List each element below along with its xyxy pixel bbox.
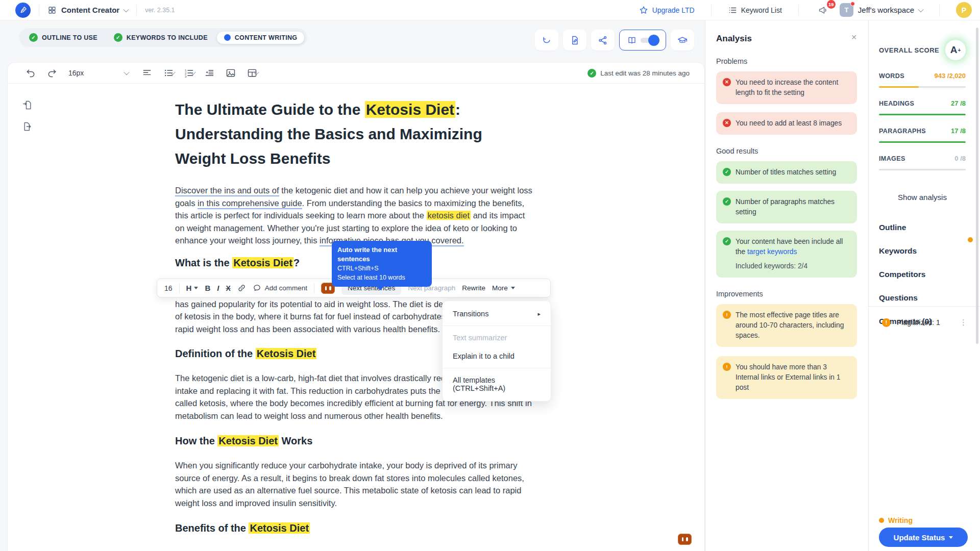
notification-badge: 19: [827, 0, 836, 9]
import-document-button[interactable]: [22, 100, 33, 110]
analysis-panel: Analysis ✕ Problems ✕ You need to increa…: [705, 20, 869, 551]
divider: [179, 283, 180, 293]
redo-button[interactable]: [47, 68, 57, 78]
score-sidebar: OVERALL SCORE A+ WORDS943 /2,020 HEADING…: [869, 20, 980, 551]
target-keywords-link[interactable]: target keywords: [747, 248, 797, 256]
font-size-select[interactable]: 16px: [68, 69, 129, 77]
menu-item-all-templates[interactable]: All templates (CTRL+Shift+A): [443, 371, 551, 397]
show-analysis-link[interactable]: Show analysis: [879, 193, 966, 202]
divider: [869, 306, 980, 307]
ai-assistant-button[interactable]: [678, 534, 692, 545]
list-icon: [728, 6, 737, 15]
shortcut-tooltip: Auto write the next sentences CTRL+Shift…: [332, 241, 432, 287]
notifications-button[interactable]: 19: [815, 3, 831, 17]
analysis-title: Analysis: [716, 34, 752, 44]
keyword-list-button[interactable]: Keyword List: [728, 6, 782, 15]
update-status-button[interactable]: Update Status: [879, 528, 968, 547]
share-button[interactable]: [591, 30, 615, 51]
menu-item-text-summarizer[interactable]: Text summarizer: [443, 329, 551, 347]
main-area: ✓ OUTLINE TO USE ✓ KEYWORDS TO INCLUDE C…: [0, 20, 980, 551]
upgrade-button[interactable]: Upgrade LTD: [639, 6, 695, 15]
error-circle-icon: ✕: [723, 119, 731, 127]
workflow-steps: ✓ OUTLINE TO USE ✓ KEYWORDS TO INCLUDE C…: [19, 28, 307, 47]
error-circle-icon: ✕: [723, 78, 731, 86]
pen-icon: [19, 6, 28, 14]
sidebar-item-keywords[interactable]: Keywords: [879, 246, 966, 256]
bold-button[interactable]: B: [205, 284, 210, 292]
heading-style-button[interactable]: H: [186, 284, 199, 292]
check-circle-icon: ✓: [114, 33, 122, 42]
problem-card: ✕ You need to increase the content lengt…: [716, 71, 857, 104]
keyword-highlight: Ketosis Diet: [365, 101, 455, 118]
step-outline-to-use[interactable]: ✓ OUTLINE TO USE: [22, 31, 105, 44]
warning-circle-icon: !: [882, 318, 891, 327]
toggle-switch[interactable]: [641, 38, 658, 43]
divider: [314, 283, 314, 293]
plagiarized-row: ! Plagiarized: 1 ⋮: [882, 318, 968, 327]
sidebar-nav: Outline Keywords Competitors Questions C…: [879, 223, 966, 326]
scrollbar-thumb[interactable]: [976, 28, 978, 344]
app-switcher[interactable]: Content Creator: [47, 6, 128, 15]
rewrite-button[interactable]: Rewrite: [462, 284, 485, 292]
insert-image-button[interactable]: [226, 68, 236, 78]
keyword-highlight: Ketosis Diet: [232, 257, 293, 268]
star-icon: [639, 6, 648, 15]
link-button[interactable]: [237, 284, 246, 292]
more-button[interactable]: More: [492, 284, 515, 292]
good-result-card-keywords: ✓ Your content have been include all the…: [716, 231, 857, 278]
included-keywords-count: Included keywords: 2/4: [736, 261, 850, 271]
keywords-alert-dot: [968, 237, 973, 242]
sidebar-item-competitors[interactable]: Competitors: [879, 270, 966, 279]
grid-icon: [47, 6, 57, 15]
last-edit-status: ✓ Last edit was 28 minutes ago: [587, 69, 690, 78]
document-draft-button[interactable]: [563, 30, 586, 51]
writing-status: Writing: [879, 516, 913, 524]
underlined-text: in this comprehensive guide: [198, 198, 302, 209]
reading-mode-toggle[interactable]: [619, 30, 666, 51]
problems-label: Problems: [716, 57, 857, 65]
comment-bubble-icon: [253, 284, 261, 292]
progress-bar: [879, 114, 966, 115]
add-comment-button[interactable]: Add comment: [253, 284, 307, 292]
strikethrough-button[interactable]: X: [226, 284, 230, 292]
keyword-highlight: Ketosis Diet: [217, 435, 279, 446]
app-logo[interactable]: [15, 3, 31, 18]
outdent-icon: [204, 68, 214, 78]
overall-score-label: OVERALL SCORE: [879, 46, 939, 54]
metric-paragraphs: PARAGRAPHS17 /8: [879, 127, 966, 143]
step-content-writing[interactable]: CONTENT WRITING: [217, 32, 305, 44]
heading-how-it-works: How the Ketosis Diet Works: [175, 435, 535, 447]
good-result-card: ✓ Number of paragraphs matches setting: [716, 191, 857, 223]
check-circle-icon: ✓: [29, 33, 38, 42]
caret-down-icon: [194, 287, 198, 289]
menu-item-transitions[interactable]: Transitions▸: [443, 305, 551, 323]
divider: [136, 5, 137, 16]
document-surface[interactable]: The Ultimate Guide to the Ketosis Diet: …: [8, 84, 704, 551]
caret-down-icon: [949, 536, 953, 539]
format-toolbar: 16px ✓ Last edit was 28 minutes ago: [8, 63, 704, 84]
sidebar-item-questions[interactable]: Questions: [879, 293, 966, 303]
user-avatar[interactable]: P: [956, 2, 972, 18]
book-icon: [627, 36, 636, 45]
align-button[interactable]: [142, 68, 152, 78]
submenu-arrow-icon: ▸: [537, 311, 541, 317]
heading-benefits: Benefits of the Ketosis Diet: [175, 522, 535, 534]
italic-button[interactable]: I: [217, 284, 219, 292]
intro-paragraph: Discover the ins and outs of the ketogen…: [175, 184, 535, 247]
kebab-menu-icon[interactable]: ⋮: [960, 318, 968, 327]
history-button[interactable]: [535, 30, 558, 51]
undo-button[interactable]: [26, 68, 36, 78]
export-document-button[interactable]: [22, 121, 33, 132]
font-size-value[interactable]: 16: [164, 284, 173, 292]
menu-item-explain-child[interactable]: Explain it to a child: [443, 347, 551, 365]
tutorial-button[interactable]: [671, 30, 694, 51]
divider: [711, 5, 712, 16]
redo-icon: [47, 68, 57, 78]
sidebar-item-outline[interactable]: Outline: [879, 223, 966, 232]
outdent-button[interactable]: [204, 68, 214, 78]
step-keywords-to-include[interactable]: ✓ KEYWORDS TO INCLUDE: [107, 31, 215, 44]
close-icon[interactable]: ✕: [851, 34, 857, 41]
toggle-knob: [648, 35, 659, 46]
analysis-header: Analysis ✕: [716, 34, 857, 44]
workspace-switcher[interactable]: T Jeff's workspace: [840, 3, 923, 17]
